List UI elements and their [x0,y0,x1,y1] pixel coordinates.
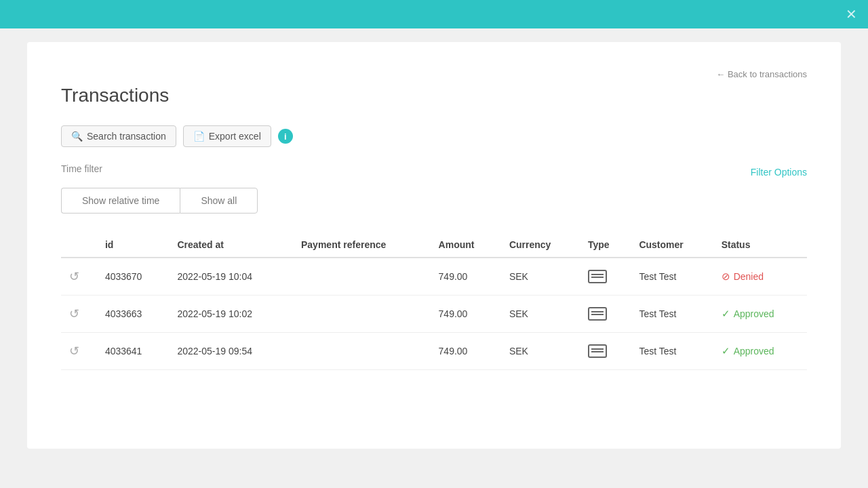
row-refresh-icon[interactable]: ↺ [69,307,79,321]
col-header-type: Type [580,232,631,258]
table-row: ↺40336412022-05-19 09:54749.00SEKTest Te… [61,333,807,370]
cell-payment-reference [293,258,431,296]
status-label: Approved [734,346,774,357]
toolbar: 🔍 Search transaction 📄 Export excel i [61,125,807,147]
table-row: ↺40336702022-05-19 10:04749.00SEKTest Te… [61,258,807,296]
row-refresh-icon[interactable]: ↺ [69,344,79,358]
transactions-table: id Created at Payment reference Amount C… [61,232,807,370]
cell-amount: 749.00 [431,296,501,333]
col-header-actions [61,232,97,258]
card-icon [588,307,607,321]
export-icon: 📄 [193,131,205,142]
table-header-row: id Created at Payment reference Amount C… [61,232,807,258]
cell-payment-reference [293,333,431,370]
card-icon [588,270,607,283]
back-to-transactions-link[interactable]: ← Back to transactions [716,69,807,79]
cell-amount: 749.00 [431,258,501,296]
approved-icon: ✓ [722,308,730,320]
export-excel-label: Export excel [209,131,261,142]
back-link-container: ← Back to transactions [61,69,807,79]
filter-options-link[interactable]: Filter Options [751,167,807,178]
cell-id: 4033641 [97,333,170,370]
col-header-created-at: Created at [169,232,293,258]
table-row: ↺40336632022-05-19 10:02749.00SEKTest Te… [61,296,807,333]
main-content: ← Back to transactions Transactions 🔍 Se… [27,42,841,449]
cell-customer: Test Test [631,258,713,296]
page-title: Transactions [61,85,807,106]
cell-status: ✓Approved [713,296,807,333]
col-header-payment-reference: Payment reference [293,232,431,258]
col-header-amount: Amount [431,232,501,258]
status-badge: ✓Approved [722,308,799,320]
time-filter-buttons: Show relative time Show all [61,188,807,214]
info-icon[interactable]: i [278,129,293,144]
cell-currency: SEK [501,333,580,370]
filter-top-row: Time filter Filter Options [61,163,807,181]
export-excel-button[interactable]: 📄 Export excel [183,125,271,147]
search-icon: 🔍 [71,131,83,142]
time-filter-section: Time filter Filter Options Show relative… [61,163,807,214]
cell-currency: SEK [501,296,580,333]
status-badge: ⊘Denied [722,270,799,283]
top-navigation-bar: ✕ [0,0,868,28]
search-transaction-label: Search transaction [87,131,166,142]
cell-currency: SEK [501,258,580,296]
col-header-currency: Currency [501,232,580,258]
approved-icon: ✓ [722,345,730,357]
row-refresh-icon[interactable]: ↺ [69,270,79,283]
cell-customer: Test Test [631,333,713,370]
close-icon[interactable]: ✕ [846,6,857,22]
cell-status: ⊘Denied [713,258,807,296]
col-header-id: id [97,232,170,258]
col-header-status: Status [713,232,807,258]
cell-status: ✓Approved [713,333,807,370]
cell-customer: Test Test [631,296,713,333]
search-transaction-button[interactable]: 🔍 Search transaction [61,125,176,147]
show-all-button[interactable]: Show all [180,188,258,214]
cell-created-at: 2022-05-19 10:04 [169,258,293,296]
card-icon [588,344,607,358]
denied-icon: ⊘ [722,270,730,283]
col-header-customer: Customer [631,232,713,258]
cell-type [580,296,631,333]
cell-payment-reference [293,296,431,333]
cell-created-at: 2022-05-19 09:54 [169,333,293,370]
status-label: Denied [734,271,764,282]
cell-type [580,333,631,370]
cell-created-at: 2022-05-19 10:02 [169,296,293,333]
cell-id: 4033670 [97,258,170,296]
time-filter-label: Time filter [61,163,102,174]
show-relative-time-button[interactable]: Show relative time [61,188,180,214]
cell-id: 4033663 [97,296,170,333]
cell-amount: 749.00 [431,333,501,370]
cell-type [580,258,631,296]
status-label: Approved [734,308,774,319]
status-badge: ✓Approved [722,345,799,357]
